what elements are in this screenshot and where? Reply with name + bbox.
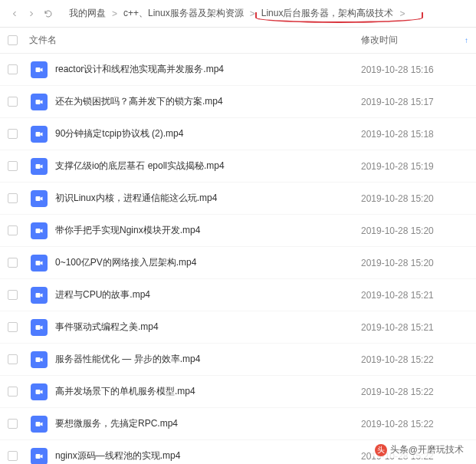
video-file-icon xyxy=(31,448,48,465)
row-checkbox[interactable] xyxy=(8,225,18,235)
table-row[interactable]: 进程与CPU的故事.mp42019-10-28 15:21 xyxy=(0,279,476,311)
file-time: 2019-10-28 15:22 xyxy=(361,419,468,429)
select-all-checkbox[interactable] xyxy=(8,35,18,45)
file-name[interactable]: reactor设计和线程池实现高并发服务.mp4 xyxy=(55,63,361,76)
back-button[interactable] xyxy=(6,5,23,22)
svg-rect-8 xyxy=(36,325,41,330)
svg-rect-6 xyxy=(36,261,41,265)
watermark-at: @ xyxy=(409,445,418,456)
video-file-icon xyxy=(31,94,48,110)
row-checkbox[interactable] xyxy=(8,64,18,74)
table-row[interactable]: 服务器性能优化 — 异步的效率.mp42019-10-28 15:22 xyxy=(0,344,476,376)
table-row[interactable]: 支撑亿级io的底层基石 epoll实战揭秘.mp42019-10-28 15:1… xyxy=(0,150,476,183)
file-name[interactable]: 初识Linux内核，进程通信能这么玩.mp4 xyxy=(55,192,361,205)
svg-rect-0 xyxy=(36,67,41,72)
video-file-icon xyxy=(31,222,48,239)
file-time: 2019-10-28 15:21 xyxy=(361,290,468,301)
svg-rect-4 xyxy=(36,196,41,201)
table-row[interactable]: 还在为锁困扰吗？高并发下的锁方案.mp42019-10-28 15:17 xyxy=(0,86,476,118)
watermark-prefix: 头条 xyxy=(390,443,409,456)
file-name[interactable]: 支撑亿级io的底层基石 epoll实战揭秘.mp4 xyxy=(55,160,361,173)
video-file-icon xyxy=(31,190,48,207)
table-row[interactable]: 带你手把手实现Nginx模块开发.mp42019-10-28 15:20 xyxy=(0,215,476,247)
table-row[interactable]: 高并发场景下的单机服务模型.mp42019-10-28 15:22 xyxy=(0,376,476,408)
file-time: 2019-10-28 15:16 xyxy=(361,64,468,75)
toolbar: 我的网盘 > c++、Linux服务器及架构资源 > Linux后台服务器，架构… xyxy=(0,0,476,28)
svg-rect-10 xyxy=(36,390,41,394)
svg-rect-3 xyxy=(36,164,41,169)
table-row[interactable]: 事件驱动式编程之美.mp42019-10-28 15:21 xyxy=(0,311,476,344)
file-name[interactable]: 服务器性能优化 — 异步的效率.mp4 xyxy=(55,353,361,366)
watermark: 头 头条 @ 开磨玩技术 xyxy=(370,442,468,458)
file-time: 2019-10-28 15:20 xyxy=(361,193,468,204)
select-all-cell xyxy=(8,35,26,45)
row-check-cell xyxy=(8,354,26,364)
row-checkbox[interactable] xyxy=(8,354,18,364)
refresh-button[interactable] xyxy=(40,5,57,22)
table-row[interactable]: 要想微服务，先搞定RPC.mp42019-10-28 15:22 xyxy=(0,408,476,440)
file-time: 2019-10-28 15:17 xyxy=(361,97,468,107)
watermark-name: 开磨玩技术 xyxy=(418,443,464,456)
svg-rect-7 xyxy=(36,293,41,298)
file-name[interactable]: 90分钟搞定tcpip协议栈 (2).mp4 xyxy=(55,127,361,140)
file-time: 2019-10-28 15:21 xyxy=(361,322,468,333)
table-row[interactable]: 初识Linux内核，进程通信能这么玩.mp42019-10-28 15:20 xyxy=(0,183,476,215)
video-file-icon xyxy=(31,319,48,336)
file-name[interactable]: 进程与CPU的故事.mp4 xyxy=(55,288,361,301)
video-file-icon xyxy=(31,126,48,143)
row-checkbox[interactable] xyxy=(8,193,18,203)
chevron-right-icon: > xyxy=(396,8,408,19)
file-time: 2019-10-28 15:19 xyxy=(361,161,468,172)
file-name[interactable]: 事件驱动式编程之美.mp4 xyxy=(55,321,361,334)
video-file-icon xyxy=(31,383,48,400)
row-check-cell xyxy=(8,161,26,171)
file-time: 2019-10-28 15:22 xyxy=(361,354,468,365)
row-checkbox[interactable] xyxy=(8,290,18,300)
file-name[interactable]: 带你手把手实现Nginx模块开发.mp4 xyxy=(55,224,361,237)
forward-button[interactable] xyxy=(23,5,40,22)
row-check-cell xyxy=(8,258,26,268)
table-row[interactable]: reactor设计和线程池实现高并发服务.mp42019-10-28 15:16 xyxy=(0,54,476,86)
breadcrumb-item-root[interactable]: 我的网盘 xyxy=(66,7,109,20)
video-file-icon xyxy=(31,158,48,175)
row-checkbox[interactable] xyxy=(8,387,18,397)
breadcrumb-item-current[interactable]: Linux后台服务器，架构高级技术 xyxy=(258,7,397,20)
file-time: 2019-10-28 15:22 xyxy=(361,387,468,397)
svg-rect-9 xyxy=(36,357,41,362)
file-time: 2019-10-28 15:18 xyxy=(361,129,468,140)
row-check-cell xyxy=(8,290,26,300)
row-check-cell xyxy=(8,97,26,107)
file-list: reactor设计和线程池实现高并发服务.mp42019-10-28 15:16… xyxy=(0,54,476,464)
file-name[interactable]: 0~100亿PV的网络接入层架构.mp4 xyxy=(55,256,361,269)
row-checkbox[interactable] xyxy=(8,258,18,268)
file-name[interactable]: nginx源码—线程池的实现.mp4 xyxy=(55,449,361,462)
sort-asc-icon: ↑ xyxy=(465,36,468,44)
video-file-icon xyxy=(31,255,48,271)
file-name[interactable]: 还在为锁困扰吗？高并发下的锁方案.mp4 xyxy=(55,95,361,108)
table-row[interactable]: 0~100亿PV的网络接入层架构.mp42019-10-28 15:20 xyxy=(0,247,476,279)
video-file-icon xyxy=(31,61,48,78)
table-row[interactable]: 90分钟搞定tcpip协议栈 (2).mp42019-10-28 15:18 xyxy=(0,118,476,150)
row-check-cell xyxy=(8,225,26,235)
chevron-right-icon: > xyxy=(247,8,258,19)
file-time: 2019-10-28 15:20 xyxy=(361,258,468,268)
row-check-cell xyxy=(8,387,26,397)
row-checkbox[interactable] xyxy=(8,161,18,171)
row-check-cell xyxy=(8,451,26,461)
row-check-cell xyxy=(8,322,26,332)
table-header: 文件名 修改时间 ↑ xyxy=(0,28,476,54)
row-check-cell xyxy=(8,419,26,429)
row-checkbox[interactable] xyxy=(8,322,18,332)
chevron-right-icon: > xyxy=(109,8,120,19)
file-name[interactable]: 高并发场景下的单机服务模型.mp4 xyxy=(55,385,361,398)
row-checkbox[interactable] xyxy=(8,97,18,107)
svg-rect-5 xyxy=(36,229,41,233)
column-header-name[interactable]: 文件名 xyxy=(26,34,361,47)
row-checkbox[interactable] xyxy=(8,419,18,429)
breadcrumb-item-1[interactable]: c++、Linux服务器及架构资源 xyxy=(120,7,247,20)
row-checkbox[interactable] xyxy=(8,451,18,461)
column-header-time[interactable]: 修改时间 ↑ xyxy=(361,34,468,47)
file-name[interactable]: 要想微服务，先搞定RPC.mp4 xyxy=(55,417,361,430)
file-time: 2019-10-28 15:20 xyxy=(361,225,468,236)
row-checkbox[interactable] xyxy=(8,129,18,139)
